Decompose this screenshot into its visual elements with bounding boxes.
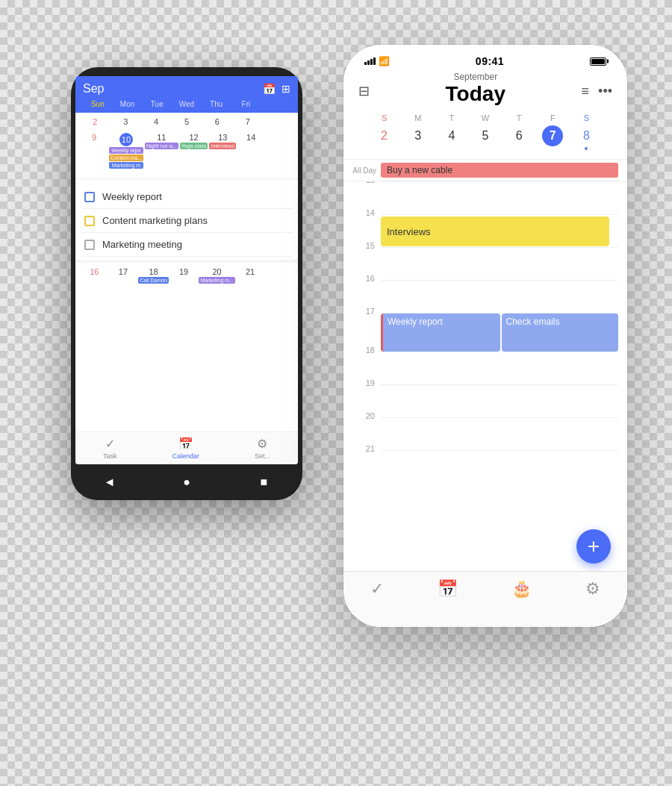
date-4[interactable]: 4 bbox=[435, 125, 468, 150]
time-row-21: 21 bbox=[343, 450, 627, 483]
day-13[interactable]: 13 Interviews bbox=[208, 131, 237, 171]
day-5[interactable]: 5 bbox=[172, 116, 202, 128]
event-yoga: Yoga class bbox=[180, 143, 208, 149]
date-8[interactable]: 8 bbox=[570, 125, 603, 150]
event-weekly-report-ios[interactable]: Weekly report bbox=[381, 314, 500, 352]
ios-header-actions: ⊟ September Today ≡ ••• bbox=[358, 72, 612, 110]
time-line-13 bbox=[381, 181, 618, 214]
day-11[interactable]: 11 Night run w... bbox=[144, 131, 179, 171]
ios-task-icon: ✓ bbox=[370, 579, 384, 599]
ios-tab-calendar[interactable]: 📅 bbox=[438, 579, 458, 599]
weekday-wed: Wed bbox=[172, 100, 202, 108]
task-checkbox-weekly[interactable] bbox=[84, 192, 95, 202]
ios-reminders-icon: 🎂 bbox=[511, 579, 532, 599]
date-7-today[interactable]: 7 bbox=[536, 125, 570, 150]
day-20[interactable]: 20 Marketing m... bbox=[198, 266, 235, 286]
time-row-16: 16 bbox=[343, 280, 627, 313]
ios-week-header: S M T W T F S bbox=[358, 113, 612, 122]
day-21[interactable]: 21 bbox=[236, 266, 265, 286]
task-checkbox-meeting[interactable] bbox=[84, 240, 95, 250]
android-task-list: Weekly report Content marketing plans Ma… bbox=[75, 182, 298, 260]
day-16[interactable]: 16 bbox=[80, 266, 109, 286]
ios-fab-button[interactable]: + bbox=[576, 529, 611, 564]
time-line-21 bbox=[381, 450, 618, 483]
time-row-18: 18 bbox=[343, 352, 627, 384]
android-week-row-3: 16 17 18 Call Damon 19 20 Marketing m...… bbox=[80, 266, 293, 286]
wifi-icon: 📶 bbox=[379, 56, 390, 66]
day-6[interactable]: 6 bbox=[202, 116, 232, 128]
weekday-s2: S bbox=[570, 113, 603, 122]
more-icon[interactable]: ••• bbox=[598, 84, 612, 99]
ios-tab-task[interactable]: ✓ bbox=[370, 579, 384, 599]
ios-tab-settings[interactable]: ⚙ bbox=[585, 579, 600, 599]
android-week-row-1: 2 3 4 5 6 7 bbox=[80, 116, 293, 128]
check-emails-label: Check emails bbox=[506, 316, 560, 327]
calendar-icon[interactable]: 📅 bbox=[263, 83, 276, 95]
ios-app-header: ⊟ September Today ≡ ••• S M T W T F S bbox=[343, 67, 627, 159]
day-12[interactable]: 12 Yoga class bbox=[179, 131, 209, 171]
event-weekly-report: Weekly repo bbox=[109, 147, 143, 154]
day-empty-3 bbox=[264, 266, 293, 286]
day-7[interactable]: 7 bbox=[232, 116, 263, 128]
grid-icon[interactable]: ⊞ bbox=[281, 83, 290, 95]
back-button[interactable]: ◄ bbox=[102, 475, 117, 490]
home-button[interactable]: ● bbox=[179, 475, 194, 490]
filter-icon[interactable]: ⊟ bbox=[358, 83, 370, 99]
ios-screen: 📶 09:41 ⊟ September Today ≡ ••• bbox=[343, 45, 627, 627]
calendar-tab-icon: 📅 bbox=[178, 437, 193, 451]
settings-tab-icon: ⚙ bbox=[257, 437, 267, 451]
date-2[interactable]: 2 bbox=[367, 125, 401, 150]
day-4[interactable]: 4 bbox=[141, 116, 172, 128]
ios-today-title: Today bbox=[446, 82, 505, 106]
calendar-tab-label: Calendar bbox=[172, 452, 199, 460]
ios-time: 09:41 bbox=[476, 55, 504, 67]
day-17[interactable]: 17 bbox=[109, 266, 138, 286]
event-marketing-meeting: Marketing m bbox=[109, 162, 143, 169]
day-14[interactable]: 14 bbox=[237, 131, 265, 171]
tab-calendar[interactable]: 📅 Calendar bbox=[172, 437, 199, 460]
date-3[interactable]: 3 bbox=[401, 125, 435, 150]
time-line-14: Interviews bbox=[381, 214, 618, 247]
weekday-t2: T bbox=[503, 113, 536, 122]
task-label-meeting: Marketing meeting bbox=[102, 239, 182, 250]
task-item-weekly-report[interactable]: Weekly report bbox=[81, 185, 292, 209]
android-screen: Sep 📅 ⊞ Sun Mon Tue Wed Thu Fri Sat 2 bbox=[75, 76, 298, 464]
tab-settings[interactable]: ⚙ Set... bbox=[255, 437, 270, 460]
list-icon[interactable]: ≡ bbox=[582, 84, 590, 99]
day-3[interactable]: 3 bbox=[111, 116, 141, 128]
signal-bar-1 bbox=[364, 62, 367, 65]
ios-calendar-icon: 📅 bbox=[438, 579, 458, 599]
day-9[interactable]: 9 bbox=[80, 131, 108, 171]
weekday-s1: S bbox=[367, 113, 401, 122]
ios-battery-fill bbox=[591, 59, 605, 64]
task-item-content-marketing[interactable]: Content marketing plans bbox=[81, 209, 292, 233]
weekday-t1: T bbox=[435, 113, 468, 122]
event-content-marketing: Content ma... bbox=[109, 155, 143, 161]
event-interviews-ios[interactable]: Interviews bbox=[381, 216, 609, 246]
android-calendar-grid: 2 3 4 5 6 7 9 10 Weekly repo Content ma.… bbox=[75, 113, 298, 175]
ios-week-dates: 2 3 4 5 6 7 8 bbox=[358, 125, 612, 150]
time-line-18 bbox=[381, 352, 618, 384]
event-check-emails-ios[interactable]: Check emails bbox=[502, 314, 619, 352]
day-2[interactable]: 2 bbox=[80, 116, 111, 128]
event-call-damon: Call Damon bbox=[138, 277, 169, 284]
android-tab-bar: ✓ Task 📅 Calendar ⚙ Set... bbox=[75, 431, 298, 464]
date-6[interactable]: 6 bbox=[503, 125, 536, 150]
day-empty-2 bbox=[265, 131, 293, 171]
task-checkbox-content[interactable] bbox=[84, 216, 95, 226]
all-day-event-buy-cable[interactable]: Buy a new cable bbox=[381, 163, 618, 178]
ios-tab-reminders[interactable]: 🎂 bbox=[511, 579, 532, 599]
task-item-marketing-meeting[interactable]: Marketing meeting bbox=[81, 233, 292, 257]
weekday-fri: Fri bbox=[231, 100, 261, 108]
ios-battery bbox=[590, 57, 606, 66]
day-18[interactable]: 18 Call Damon bbox=[137, 266, 169, 286]
ios-settings-icon: ⚙ bbox=[585, 579, 600, 599]
tab-task[interactable]: ✓ Task bbox=[103, 437, 117, 460]
weekday-tue: Tue bbox=[142, 100, 172, 108]
date-5[interactable]: 5 bbox=[468, 125, 502, 150]
recents-button[interactable]: ■ bbox=[256, 475, 271, 490]
day-19[interactable]: 19 bbox=[169, 266, 199, 286]
android-weekdays: Sun Mon Tue Wed Thu Fri Sat bbox=[83, 100, 290, 108]
day-10[interactable]: 10 Weekly repo Content ma... Marketing m bbox=[108, 131, 144, 171]
ios-status-bar: 📶 09:41 bbox=[343, 45, 627, 67]
